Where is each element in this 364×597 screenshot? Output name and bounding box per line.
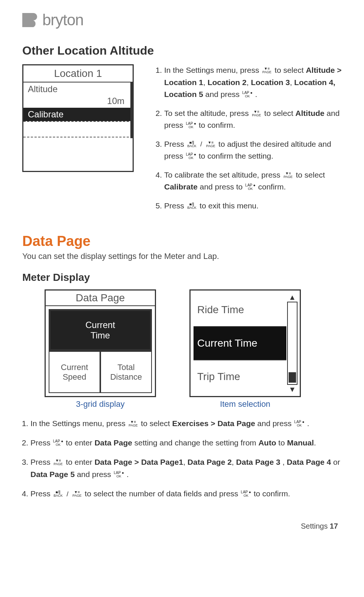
brand-header: bryton <box>22 11 342 29</box>
device-screen-location: Location 1 Altitude 10m Calibrate <box>22 64 134 172</box>
section-heading-other-location-altitude: Other Location Altitude <box>22 44 342 58</box>
altitude-value: 10m <box>23 96 133 108</box>
back-button-icon: ■/‖BACK <box>53 490 64 497</box>
device-title: Location 1 <box>23 65 133 82</box>
page-footer: Settings 17 <box>22 522 342 531</box>
page-button-icon: ▼≡PAGE <box>127 420 139 427</box>
subheading-meter-display: Meter Display <box>22 272 342 283</box>
page-button-icon: ▼≡PAGE <box>53 459 64 466</box>
brand-logo-icon <box>22 13 37 27</box>
grid-cell-small-2: Total Distance <box>100 351 152 393</box>
grid-cell-big: Current Time <box>49 309 152 351</box>
lap-ok-button-icon: LAP ●OK <box>53 439 64 447</box>
device-3grid-wrapper: Data Page Current Time Current Speed Tot… <box>45 289 156 409</box>
caption-selection: Item selection <box>189 399 301 409</box>
arrow-down-icon: ▼ <box>287 385 298 394</box>
device-screen-selection: Ride Time Current Time Trip Time ▲ ▼ <box>189 289 301 397</box>
scrollbar-indicator <box>130 82 133 138</box>
arrow-up-icon: ▲ <box>287 293 298 302</box>
back-button-icon: ■/‖BACK <box>186 202 198 210</box>
device2-title: Data Page <box>46 291 155 306</box>
back-button-icon: ■/‖BACK <box>186 141 198 148</box>
brand-name: bryton <box>42 11 84 29</box>
page-button-icon: ▼≡PAGE <box>251 110 262 117</box>
lap-ok-button-icon: LAP ●OK <box>185 122 196 129</box>
scrollbar: ▲ ▼ <box>286 291 300 396</box>
lap-ok-button-icon: LAP ●OK <box>113 471 124 478</box>
grid-cell-small-1: Current Speed <box>49 351 100 393</box>
instructions-list-1: In the Settings menu, press ▼≡PAGE to se… <box>156 64 342 218</box>
lap-ok-button-icon: LAP ●OK <box>245 184 256 191</box>
page-button-icon: ▼≡PAGE <box>71 490 82 497</box>
section-heading-data-page: Data Page <box>22 233 342 249</box>
empty-row <box>23 121 133 137</box>
intro-text: You can set the display settings for the… <box>22 252 342 261</box>
lap-ok-button-icon: LAP ●OK <box>240 490 251 497</box>
calibrate-selected-row: Calibrate <box>23 108 133 121</box>
lap-ok-button-icon: LAP ●OK <box>242 91 253 98</box>
device-screen-3grid: Data Page Current Time Current Speed Tot… <box>45 289 156 397</box>
lap-ok-button-icon: LAP ●OK <box>185 153 196 160</box>
scrollbar-thumb <box>289 372 296 383</box>
instructions-list-2: In the Settings menu, press ▼≡PAGE to se… <box>22 417 342 500</box>
page-button-icon: ▼≡PAGE <box>283 172 294 179</box>
page-button-icon: ▼≡PAGE <box>261 67 272 74</box>
lap-ok-button-icon: LAP ●OK <box>294 420 305 427</box>
list-item: Trip Time <box>194 360 286 393</box>
caption-3grid: 3-grid display <box>45 399 156 409</box>
altitude-label: Altitude <box>23 82 133 96</box>
device-selection-wrapper: Ride Time Current Time Trip Time ▲ ▼ Ite… <box>189 289 301 409</box>
list-item-selected: Current Time <box>194 327 286 360</box>
list-item: Ride Time <box>194 293 286 327</box>
page-button-icon: ▼≡PAGE <box>205 141 216 148</box>
